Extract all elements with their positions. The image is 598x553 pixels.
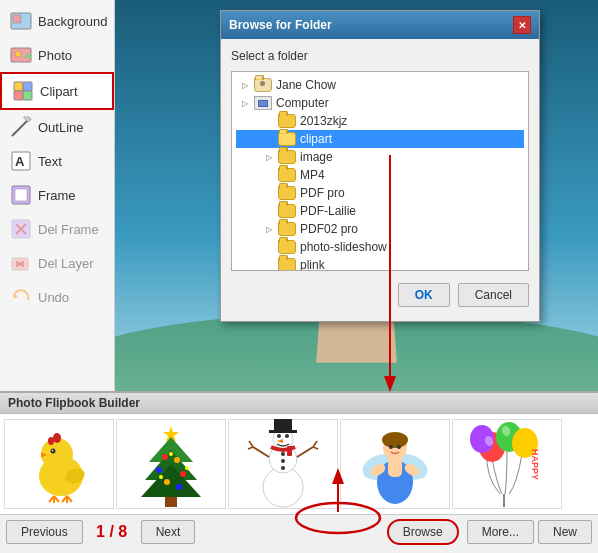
folder-item-2013zkjz[interactable]: ▷ 2013zkjz	[236, 112, 524, 130]
computer-icon	[254, 96, 272, 110]
folder-icon-image	[278, 150, 296, 164]
tree-arrow-image: ▷	[264, 153, 274, 162]
folder-name-pdf02pro: PDF02 pro	[300, 222, 358, 236]
dialog-title: Browse for Folder	[229, 18, 332, 32]
folder-tree[interactable]: ▷ Jane Chow ▷ Compu	[231, 71, 529, 271]
dialog-ok-button[interactable]: OK	[398, 283, 450, 307]
folder-icon-pdf02pro	[278, 222, 296, 236]
dialog-select-label: Select a folder	[231, 49, 529, 63]
folder-name-clipart: clipart	[300, 132, 332, 146]
folder-item-image[interactable]: ▷ image	[236, 148, 524, 166]
folder-item-pdflailie[interactable]: ▷ PDF-Lailie	[236, 202, 524, 220]
folder-item-clipart[interactable]: ▷ clipart	[236, 130, 524, 148]
folder-name-image: image	[300, 150, 333, 164]
folder-name-photoslideshow: photo-slideshow	[300, 240, 387, 254]
folder-icon-plink	[278, 258, 296, 271]
app-window: Background Photo Clipart	[0, 0, 598, 553]
folder-icon-2013	[278, 114, 296, 128]
folder-item-mp4[interactable]: ▷ MP4	[236, 166, 524, 184]
tree-arrow: ▷	[240, 81, 250, 90]
dialog-cancel-button[interactable]: Cancel	[458, 283, 529, 307]
folder-icon-photoslideshow	[278, 240, 296, 254]
folder-item-photoslideshow[interactable]: ▷ photo-slideshow	[236, 238, 524, 256]
folder-item-pdfpro[interactable]: ▷ PDF pro	[236, 184, 524, 202]
folder-name-janechow: Jane Chow	[276, 78, 336, 92]
folder-icon-clipart	[278, 132, 296, 146]
folder-name-pdflailie: PDF-Lailie	[300, 204, 356, 218]
tree-arrow-pdf02pro: ▷	[264, 225, 274, 234]
folder-name-pdfpro: PDF pro	[300, 186, 345, 200]
folder-item-pdf02pro[interactable]: ▷ PDF02 pro	[236, 220, 524, 238]
dialog-body: Select a folder ▷ Jane Chow ▷	[221, 39, 539, 321]
folder-icon-pdfpro	[278, 186, 296, 200]
tree-arrow-computer: ▷	[240, 99, 250, 108]
folder-icon-janechow	[254, 78, 272, 92]
folder-item-plink[interactable]: ▷ plink	[236, 256, 524, 271]
dialog-buttons: OK Cancel	[231, 279, 529, 311]
dialog-close-button[interactable]: ✕	[513, 16, 531, 34]
folder-name-computer: Computer	[276, 96, 329, 110]
folder-icon-pdflailie	[278, 204, 296, 218]
browse-folder-dialog: Browse for Folder ✕ Select a folder ▷ Ja…	[220, 10, 540, 322]
dialog-overlay: Browse for Folder ✕ Select a folder ▷ Ja…	[0, 0, 598, 553]
folder-item-janechow[interactable]: ▷ Jane Chow	[236, 76, 524, 94]
folder-name-2013: 2013zkjz	[300, 114, 347, 128]
dialog-titlebar: Browse for Folder ✕	[221, 11, 539, 39]
folder-name-mp4: MP4	[300, 168, 325, 182]
folder-name-plink: plink	[300, 258, 325, 271]
folder-icon-mp4	[278, 168, 296, 182]
folder-item-computer[interactable]: ▷ Computer	[236, 94, 524, 112]
